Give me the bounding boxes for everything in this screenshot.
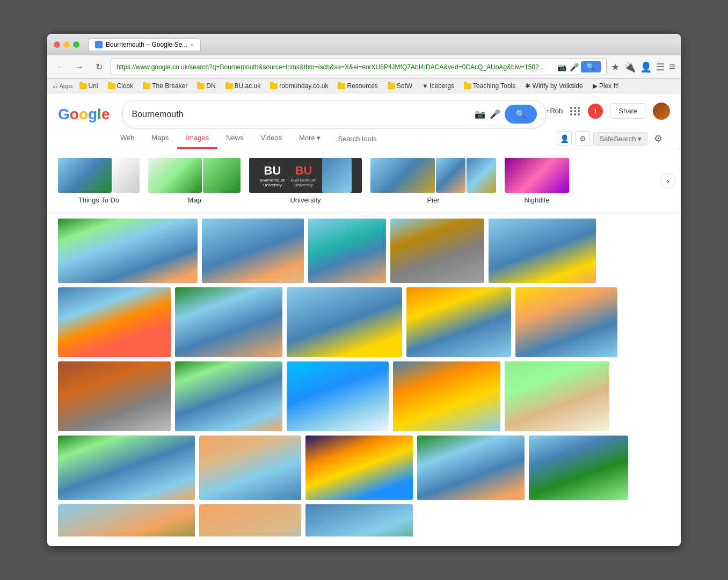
extensions-icon[interactable]: 🔌 [624, 61, 636, 73]
menu-icon[interactable]: ≡ [669, 61, 675, 73]
tab-close-button[interactable]: × [191, 42, 194, 48]
google-search-button[interactable]: 🔍 [505, 105, 537, 124]
user-name-text[interactable]: +Rob [546, 107, 563, 115]
bookmark-resources[interactable]: Resources [334, 81, 381, 91]
bookmark-robmunday-label: robmunday.co.uk [279, 82, 328, 90]
bookmark-breaker-label: The Breaker [152, 82, 187, 90]
settings-options-icon[interactable]: ⚙ [575, 131, 590, 146]
grid-image[interactable] [529, 436, 628, 500]
notification-icon[interactable]: 1 [588, 104, 603, 119]
search-submit-button[interactable]: 🔍 [581, 61, 601, 73]
nav-bar: ← → ↻ https://www.google.co.uk/search?q=… [47, 55, 681, 79]
category-map[interactable]: Map [148, 158, 241, 204]
grid-image[interactable] [406, 287, 511, 357]
grid-image[interactable] [287, 361, 389, 431]
bookmark-plexit[interactable]: ▶ Plex It! [589, 81, 622, 91]
grid-image[interactable] [58, 219, 198, 283]
grid-image[interactable] [199, 436, 301, 500]
back-button[interactable]: ← [53, 60, 68, 75]
grid-image[interactable] [305, 504, 413, 536]
bookmark-folder-icon [388, 83, 395, 89]
bookmark-clook-label: Clook [117, 82, 134, 90]
profile-icon[interactable]: 👤 [640, 61, 652, 73]
search-nav: Web Maps Images News Videos More ▾ Searc… [58, 128, 385, 149]
grid-image[interactable] [175, 287, 282, 357]
grid-image[interactable] [287, 287, 402, 357]
bookmark-folder-icon [143, 83, 150, 89]
bookmark-wirify[interactable]: ✱ Wirify by Volkside [522, 81, 586, 91]
bookmark-icebergs-label: Icebergs [429, 82, 454, 90]
address-bar[interactable]: https://www.google.co.uk/search?q=Bourne… [111, 59, 607, 75]
forward-button[interactable]: → [72, 60, 87, 75]
maximize-button[interactable] [73, 41, 79, 48]
grid-image[interactable] [58, 361, 171, 431]
share-button[interactable]: Share [610, 103, 645, 119]
grid-image[interactable] [305, 436, 413, 500]
apps-grid-icon[interactable] [570, 107, 580, 115]
grid-image[interactable] [515, 287, 617, 357]
bookmark-dn[interactable]: DN [194, 81, 219, 91]
category-map-label: Map [187, 196, 201, 204]
grid-image[interactable] [58, 504, 195, 536]
browser-tab[interactable]: Bournemouth – Google Se... × [88, 38, 201, 50]
category-things-images [58, 158, 140, 193]
refresh-button[interactable]: ↻ [91, 60, 106, 75]
grid-image[interactable] [393, 361, 500, 431]
address-icons: 📷 🎤 [557, 63, 579, 71]
bookmark-folder-icon [464, 83, 471, 89]
category-things-to-do[interactable]: Things To Do [58, 158, 140, 204]
category-nightlife-img [505, 158, 569, 193]
tab-more[interactable]: More ▾ [290, 128, 329, 149]
bookmark-uni[interactable]: Uni [76, 81, 101, 91]
grid-image[interactable] [58, 287, 171, 357]
tab-favicon [95, 41, 103, 48]
grid-image[interactable] [390, 219, 484, 283]
grid-image[interactable] [58, 436, 195, 500]
user-account-icon[interactable]: 👤 [557, 131, 572, 146]
grid-image[interactable] [505, 361, 609, 431]
category-univ-images: BU BournemouthUniversity BU BournemouthU… [249, 158, 362, 193]
grid-image[interactable] [489, 219, 596, 283]
image-row-4 [58, 436, 670, 500]
image-grid [47, 213, 681, 546]
grid-image[interactable] [199, 504, 301, 536]
search-tools-button[interactable]: Search tools [329, 129, 385, 148]
bookmark-plexit-label: ▶ Plex It! [593, 82, 619, 90]
layers-icon[interactable]: ☰ [656, 61, 665, 73]
bookmark-folder-icon [108, 83, 115, 89]
bookmark-icebergs[interactable]: ▼ Icebergs [419, 81, 457, 91]
apps-label: ☷ Apps [53, 83, 73, 90]
grid-image[interactable] [308, 219, 386, 283]
grid-image[interactable] [417, 436, 525, 500]
bookmark-dn-label: DN [206, 82, 215, 90]
bookmark-teaching[interactable]: Teaching Tools [461, 81, 519, 91]
category-pier[interactable]: Pier [370, 158, 496, 204]
bookmark-star-icon[interactable]: ★ [611, 61, 620, 73]
category-university[interactable]: BU BournemouthUniversity BU BournemouthU… [249, 158, 362, 204]
tab-maps[interactable]: Maps [143, 128, 178, 149]
grid-image[interactable] [175, 361, 282, 431]
user-avatar[interactable] [653, 103, 670, 120]
search-icons: 📷 🎤 [475, 109, 500, 119]
tab-videos[interactable]: Videos [252, 128, 290, 149]
categories-next-button[interactable]: › [660, 173, 675, 189]
gear-icon[interactable]: ⚙ [651, 131, 666, 146]
close-button[interactable] [54, 41, 60, 48]
bookmark-clook[interactable]: Clook [105, 81, 137, 91]
category-univ-img: BU BournemouthUniversity BU BournemouthU… [249, 158, 362, 193]
safe-search-button[interactable]: SafeSearch ▾ [593, 132, 647, 146]
bookmark-robmunday[interactable]: robmunday.co.uk [267, 81, 331, 91]
bookmark-sotw[interactable]: SotW [384, 81, 416, 91]
category-nightlife[interactable]: Nightlife [505, 158, 569, 204]
tab-news[interactable]: News [217, 128, 252, 149]
tab-images[interactable]: Images [177, 128, 217, 149]
title-bar: Bournemouth – Google Se... × [47, 34, 681, 55]
browser-window: Bournemouth – Google Se... × ← → ↻ https… [47, 34, 681, 546]
minimize-button[interactable] [63, 41, 70, 48]
grid-image[interactable] [202, 219, 304, 283]
search-box[interactable]: Bournemouth 📷 🎤 🔍 [122, 100, 545, 128]
search-query-text: Bournemouth [132, 110, 470, 119]
bookmark-breaker[interactable]: The Breaker [140, 81, 191, 91]
bookmark-buacuk[interactable]: BU.ac.uk [222, 81, 264, 91]
tab-web[interactable]: Web [112, 128, 143, 149]
